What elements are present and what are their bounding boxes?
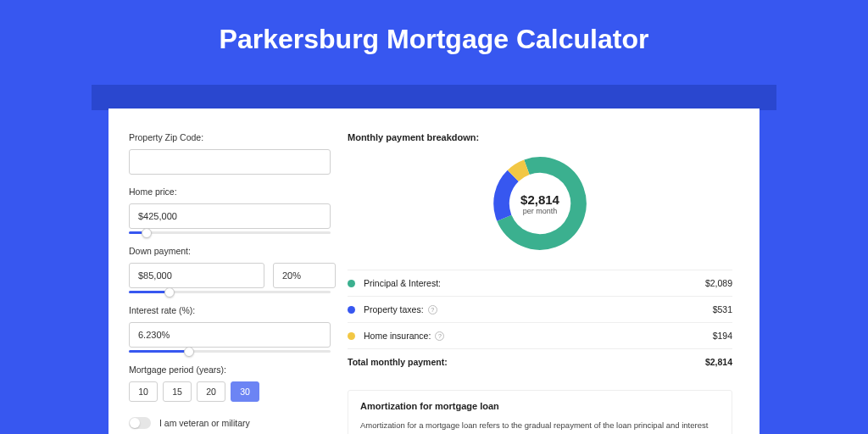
amortization-section: Amortization for mortgage loan Amortizat… [348,390,732,434]
legend-label: Principal & Interest: [364,278,705,288]
breakdown-legend: Principal & Interest:$2,089Property taxe… [348,270,732,375]
zip-group: Property Zip Code: [129,132,331,175]
legend-dot [348,332,355,340]
legend-label: Home insurance: ? [364,331,713,341]
legend-value: $194 [713,331,732,341]
legend-value: $2,089 [705,278,732,288]
period-option-10[interactable]: 10 [129,381,158,402]
legend-dot [348,306,355,314]
help-icon[interactable]: ? [428,305,437,314]
veteran-row: I am veteran or military [129,417,331,429]
legend-row: Principal & Interest:$2,089 [348,270,732,297]
downpayment-group: Down payment: [129,246,331,293]
legend-row: Property taxes: ?$531 [348,297,732,323]
results-panel: Monthly payment breakdown: $2,814 per mo… [348,132,732,434]
price-group: Home price: [129,186,331,234]
amortization-text: Amortization for a mortgage loan refers … [360,420,720,434]
price-input[interactable] [129,203,331,229]
legend-row-total: Total monthly payment:$2,814 [348,349,732,375]
rate-slider-fill [129,350,189,353]
total-label: Total monthly payment: [348,357,705,367]
rate-slider-thumb[interactable] [184,347,194,357]
help-icon[interactable]: ? [435,331,444,341]
inputs-panel: Property Zip Code: Home price: Down paym… [129,132,331,434]
donut-chart-wrap: $2,814 per month [348,153,732,254]
price-slider-thumb[interactable] [142,228,152,238]
zip-input[interactable] [129,149,331,175]
rate-label: Interest rate (%): [129,305,331,315]
period-label: Mortgage period (years): [129,364,331,375]
price-label: Home price: [129,186,331,197]
legend-label: Property taxes: ? [364,304,713,314]
donut-chart: $2,814 per month [489,153,591,254]
legend-value: $531 [713,304,732,314]
period-options: 10152030 [129,381,331,402]
downpayment-amount-input[interactable] [129,263,264,288]
downpayment-slider-fill [129,291,170,293]
header-shadow [92,85,776,110]
amortization-title: Amortization for mortgage loan [360,401,720,411]
rate-group: Interest rate (%): [129,305,331,353]
price-slider[interactable] [129,231,331,234]
legend-dot [348,280,355,287]
downpayment-slider[interactable] [129,291,331,293]
donut-center: $2,814 per month [489,153,591,254]
page-title: Parkersburg Mortgage Calculator [0,0,868,74]
period-option-15[interactable]: 15 [163,381,192,402]
breakdown-title: Monthly payment breakdown: [348,132,732,142]
total-value: $2,814 [705,357,732,367]
rate-input[interactable] [129,322,331,348]
downpayment-label: Down payment: [129,246,331,256]
calculator-card: Property Zip Code: Home price: Down paym… [108,108,760,434]
period-option-20[interactable]: 20 [197,381,225,402]
veteran-toggle[interactable] [129,417,151,429]
downpayment-slider-thumb[interactable] [164,287,175,298]
rate-slider[interactable] [129,350,331,353]
downpayment-percent-input[interactable] [273,263,336,288]
period-option-30[interactable]: 30 [231,381,259,402]
zip-label: Property Zip Code: [129,132,331,142]
veteran-label: I am veteran or military [159,418,250,428]
legend-row: Home insurance: ?$194 [348,323,732,349]
donut-sub: per month [523,207,558,215]
period-group: Mortgage period (years): 10152030 [129,364,331,402]
donut-value: $2,814 [520,192,559,207]
